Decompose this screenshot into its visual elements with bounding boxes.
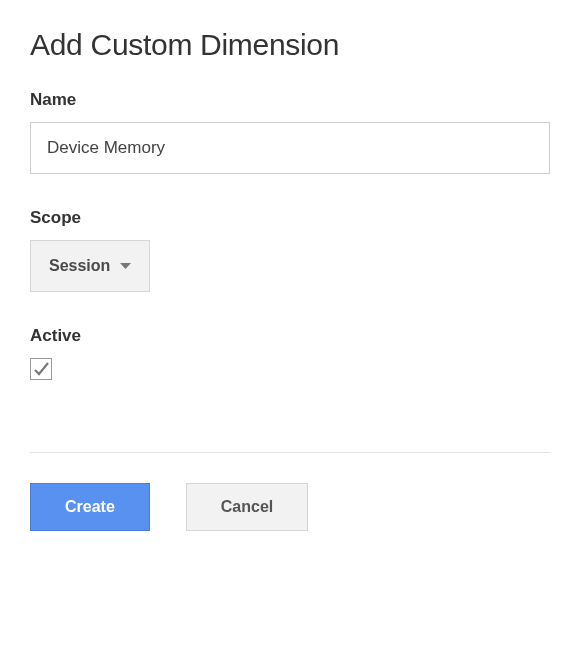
button-row: Create Cancel bbox=[30, 483, 550, 531]
svg-marker-0 bbox=[120, 263, 131, 269]
scope-dropdown[interactable]: Session bbox=[30, 240, 150, 292]
checkmark-icon bbox=[32, 360, 50, 378]
scope-selected-value: Session bbox=[49, 257, 110, 275]
page-title: Add Custom Dimension bbox=[30, 28, 550, 62]
name-field-group: Name bbox=[30, 90, 550, 174]
create-button[interactable]: Create bbox=[30, 483, 150, 531]
active-label: Active bbox=[30, 326, 550, 346]
active-checkbox[interactable] bbox=[30, 358, 52, 380]
scope-field-group: Scope Session bbox=[30, 208, 550, 292]
chevron-down-icon bbox=[120, 263, 131, 269]
cancel-button[interactable]: Cancel bbox=[186, 483, 308, 531]
name-label: Name bbox=[30, 90, 550, 110]
name-input[interactable] bbox=[30, 122, 550, 174]
active-field-group: Active bbox=[30, 326, 550, 382]
divider bbox=[30, 452, 550, 453]
scope-label: Scope bbox=[30, 208, 550, 228]
